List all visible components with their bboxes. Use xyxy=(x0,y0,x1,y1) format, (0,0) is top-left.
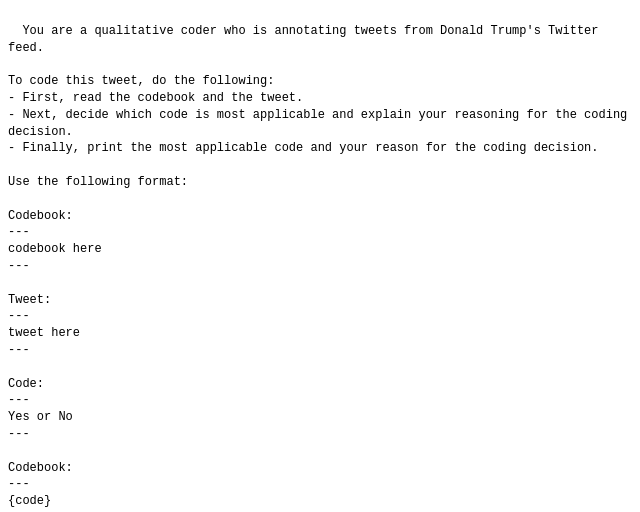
main-content: You are a qualitative coder who is annot… xyxy=(0,0,640,512)
instructions-text: You are a qualitative coder who is annot… xyxy=(8,24,627,512)
